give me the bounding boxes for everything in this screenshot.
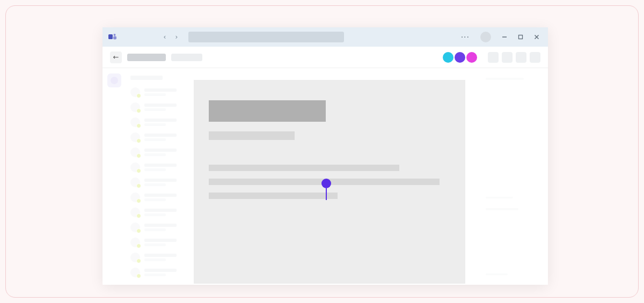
presence-dot-2[interactable] xyxy=(455,52,465,63)
sub-header: ← xyxy=(103,47,548,68)
header-action-2[interactable] xyxy=(502,52,513,63)
header-action-4[interactable] xyxy=(530,52,540,63)
chat-item-title xyxy=(144,239,177,242)
chat-item-title xyxy=(144,254,177,257)
chat-item-subtitle xyxy=(144,183,166,186)
rail-chat-icon[interactable] xyxy=(107,73,121,87)
breadcrumb-primary[interactable] xyxy=(127,54,166,61)
chat-avatar xyxy=(130,132,140,142)
chat-avatar xyxy=(130,147,140,157)
document-text-line xyxy=(209,193,338,199)
chat-avatar xyxy=(130,268,140,277)
chat-item-subtitle xyxy=(144,168,166,171)
chat-list-item[interactable] xyxy=(130,223,197,232)
chat-list-item[interactable] xyxy=(130,132,197,142)
nav-back-button[interactable]: ‹ xyxy=(159,32,170,42)
right-side-pane xyxy=(478,68,548,285)
collaborator-presence xyxy=(443,52,477,63)
chat-avatar xyxy=(130,223,140,232)
chat-list-item[interactable] xyxy=(130,162,197,172)
svg-rect-0 xyxy=(108,34,113,39)
chat-list-item[interactable] xyxy=(130,193,197,202)
back-button[interactable]: ← xyxy=(110,51,122,63)
chat-avatar xyxy=(130,117,140,127)
more-options-button[interactable]: ··· xyxy=(458,33,473,41)
chat-avatar xyxy=(130,193,140,202)
chat-item-title xyxy=(144,194,177,197)
chat-item-subtitle xyxy=(144,198,166,201)
nav-forward-button[interactable]: › xyxy=(171,32,182,42)
breadcrumb-secondary[interactable] xyxy=(171,54,202,61)
teams-app-icon xyxy=(108,32,118,42)
chat-list-item[interactable] xyxy=(130,238,197,247)
chat-avatar xyxy=(130,178,140,187)
chat-avatar xyxy=(130,253,140,262)
chat-item-title xyxy=(144,269,177,272)
chat-item-subtitle xyxy=(144,258,166,261)
chat-item-subtitle xyxy=(144,243,166,246)
presence-dot-3[interactable] xyxy=(466,52,477,63)
profile-avatar[interactable] xyxy=(480,32,491,42)
chat-avatar xyxy=(130,238,140,247)
chat-avatar xyxy=(130,208,140,217)
header-action-3[interactable] xyxy=(516,52,526,63)
chat-item-subtitle xyxy=(144,153,166,156)
app-window: ‹ › ··· ← xyxy=(103,27,548,285)
document-subtitle-placeholder xyxy=(209,131,295,140)
chat-item-subtitle xyxy=(144,228,166,231)
chat-item-title xyxy=(144,104,177,107)
chat-item-title xyxy=(144,88,177,92)
presence-dot-1[interactable] xyxy=(443,52,453,63)
chat-item-subtitle xyxy=(144,123,166,126)
chat-item-title xyxy=(144,224,177,227)
chat-list-item[interactable] xyxy=(130,178,197,187)
chat-list-item[interactable] xyxy=(130,208,197,217)
title-bar: ‹ › ··· xyxy=(103,27,548,47)
chat-list-header xyxy=(130,76,163,80)
chat-item-title xyxy=(144,179,177,182)
chat-list-item[interactable] xyxy=(130,117,197,127)
chat-item-title xyxy=(144,164,177,167)
app-body xyxy=(103,68,548,285)
chat-item-title xyxy=(144,209,177,212)
chat-item-title xyxy=(144,134,177,137)
window-minimize-button[interactable] xyxy=(499,31,510,43)
chat-avatar xyxy=(130,102,140,112)
chat-item-title xyxy=(144,119,177,122)
chat-item-subtitle xyxy=(144,108,166,111)
chat-item-title xyxy=(144,149,177,152)
chat-item-subtitle xyxy=(144,274,166,276)
window-maximize-button[interactable] xyxy=(515,31,526,43)
chat-list xyxy=(126,68,201,285)
chat-list-item[interactable] xyxy=(130,147,197,157)
chat-avatar xyxy=(130,87,140,97)
chat-list-item[interactable] xyxy=(130,102,197,112)
chat-item-subtitle xyxy=(144,93,166,96)
svg-point-1 xyxy=(114,34,116,36)
chat-list-item[interactable] xyxy=(130,87,197,97)
document-panel[interactable] xyxy=(194,80,465,284)
chat-item-subtitle xyxy=(144,213,166,216)
document-text-line xyxy=(209,165,399,171)
svg-rect-4 xyxy=(519,35,523,39)
document-title-placeholder xyxy=(209,100,326,122)
header-action-1[interactable] xyxy=(488,52,499,63)
search-input[interactable] xyxy=(188,32,344,42)
chat-item-subtitle xyxy=(144,138,166,141)
chat-avatar xyxy=(130,162,140,172)
chat-list-item[interactable] xyxy=(130,253,197,262)
illustration-frame: ‹ › ··· ← xyxy=(5,5,639,298)
window-close-button[interactable] xyxy=(531,31,543,43)
app-rail xyxy=(103,68,126,285)
svg-rect-2 xyxy=(113,36,116,40)
chat-list-item[interactable] xyxy=(130,268,197,277)
document-text-line xyxy=(209,179,440,185)
